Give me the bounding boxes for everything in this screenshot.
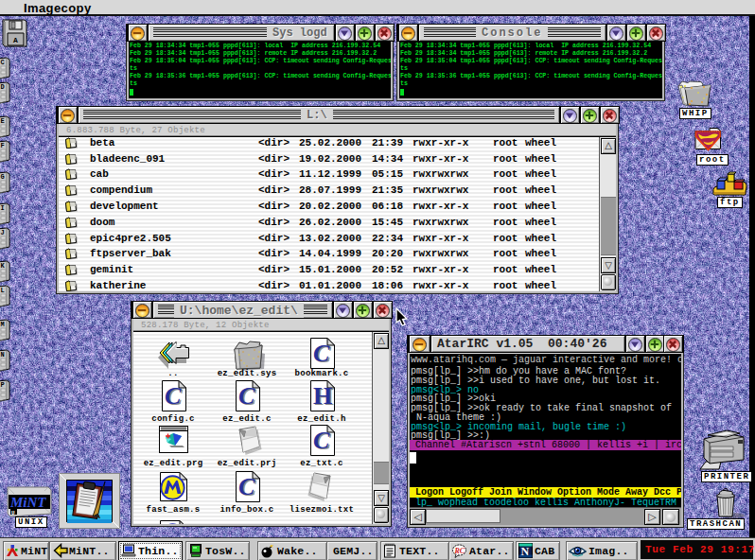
svg-text:G: G [1, 173, 5, 181]
svg-text:A: A [13, 36, 18, 44]
svg-text:C: C [238, 382, 255, 410]
svg-text:C: C [165, 382, 182, 410]
svg-text:L: L [1, 287, 5, 294]
svg-text:H: H [313, 382, 332, 410]
svg-text:N: N [521, 545, 530, 558]
svg-text:P: P [1, 381, 5, 389]
svg-text:M: M [1, 321, 5, 328]
svg-text:N: N [1, 351, 5, 359]
svg-text:J: J [1, 229, 5, 236]
svg-text:D: D [1, 83, 5, 91]
svg-text:E: E [1, 117, 5, 125]
svg-text:C: C [1, 59, 5, 66]
svg-text:U: U [11, 510, 15, 516]
svg-text:F: F [1, 142, 5, 149]
svg-text:C: C [313, 340, 330, 367]
svg-text:RC: RC [454, 547, 465, 555]
svg-text:MiNT: MiNT [9, 495, 46, 510]
svg-text:C: C [313, 427, 330, 454]
svg-text:C: C [238, 473, 255, 500]
svg-text:I: I [1, 204, 5, 212]
